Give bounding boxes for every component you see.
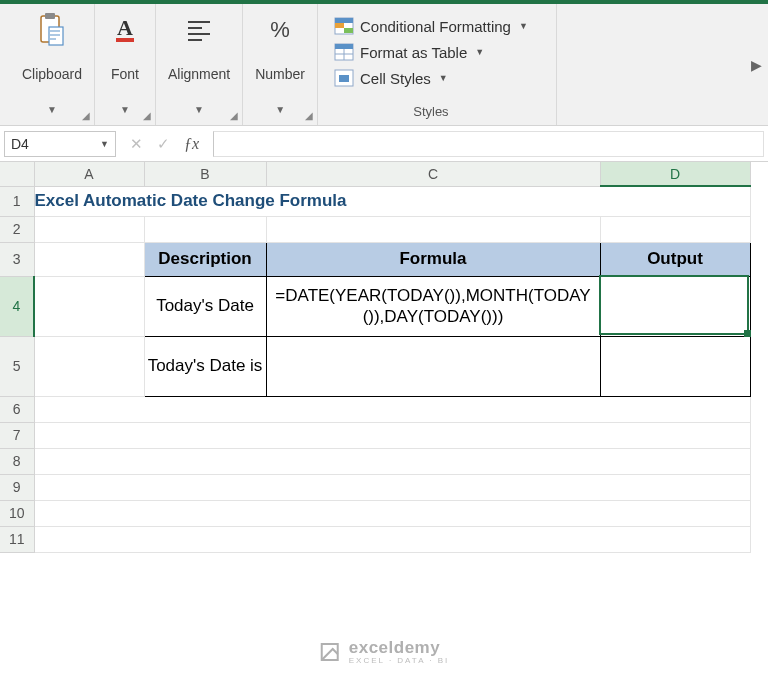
row-header-5[interactable]: 5 bbox=[0, 336, 34, 396]
table-header-description[interactable]: Description bbox=[144, 242, 266, 276]
watermark: exceldemy EXCEL · DATA · BI bbox=[319, 638, 450, 665]
col-header-B[interactable]: B bbox=[144, 162, 266, 186]
svg-rect-10 bbox=[335, 44, 353, 49]
cell-D4[interactable] bbox=[600, 276, 750, 336]
group-alignment-label: Alignment bbox=[168, 67, 230, 82]
dropdown-icon[interactable]: ▼ bbox=[439, 73, 448, 83]
dropdown-icon[interactable]: ▼ bbox=[120, 104, 130, 115]
select-all-triangle[interactable] bbox=[0, 162, 34, 186]
formula-input[interactable] bbox=[213, 131, 764, 157]
watermark-name: exceldemy bbox=[349, 638, 440, 657]
ribbon-scroll-right-icon[interactable]: ▶ bbox=[751, 57, 762, 73]
name-box-value: D4 bbox=[11, 136, 29, 152]
cell-styles-icon bbox=[334, 69, 354, 87]
row-header-2[interactable]: 2 bbox=[0, 216, 34, 242]
cancel-icon: ✕ bbox=[130, 135, 143, 153]
group-styles: Conditional Formatting ▼ Format as Table… bbox=[318, 4, 557, 125]
cell-C2[interactable] bbox=[266, 216, 600, 242]
group-number[interactable]: % Number ▼ ◢ bbox=[243, 4, 318, 125]
row-6[interactable] bbox=[34, 396, 750, 422]
group-clipboard-label: Clipboard bbox=[22, 67, 82, 82]
cell-D2[interactable] bbox=[600, 216, 750, 242]
col-header-A[interactable]: A bbox=[34, 162, 144, 186]
cell-C5[interactable] bbox=[266, 336, 600, 396]
row-8[interactable] bbox=[34, 448, 750, 474]
row-10[interactable] bbox=[34, 500, 750, 526]
row-header-9[interactable]: 9 bbox=[0, 474, 34, 500]
cell-A5[interactable] bbox=[34, 336, 144, 396]
svg-rect-12 bbox=[339, 75, 349, 82]
cell-A3[interactable] bbox=[34, 242, 144, 276]
dialog-launcher-icon[interactable]: ◢ bbox=[82, 110, 90, 121]
dropdown-icon[interactable]: ▼ bbox=[475, 47, 484, 57]
cell-D5[interactable] bbox=[600, 336, 750, 396]
col-header-C[interactable]: C bbox=[266, 162, 600, 186]
conditional-formatting-button[interactable]: Conditional Formatting ▼ bbox=[330, 16, 532, 36]
conditional-formatting-label: Conditional Formatting bbox=[360, 18, 511, 35]
cell-styles-button[interactable]: Cell Styles ▼ bbox=[330, 68, 452, 88]
dropdown-icon[interactable]: ▼ bbox=[47, 104, 57, 115]
row-header-1[interactable]: 1 bbox=[0, 186, 34, 216]
ribbon: Clipboard ▼ ◢ A Font ▼ ◢ Alignment ▼ ◢ %… bbox=[0, 0, 768, 126]
sheet-title[interactable]: Excel Automatic Date Change Formula bbox=[34, 186, 750, 216]
row-header-3[interactable]: 3 bbox=[0, 242, 34, 276]
format-as-table-button[interactable]: Format as Table ▼ bbox=[330, 42, 488, 62]
col-header-D[interactable]: D bbox=[600, 162, 750, 186]
table-header-formula[interactable]: Formula bbox=[266, 242, 600, 276]
row-7[interactable] bbox=[34, 422, 750, 448]
svg-text:A: A bbox=[117, 15, 133, 40]
svg-rect-6 bbox=[335, 18, 353, 23]
row-header-4[interactable]: 4 bbox=[0, 276, 34, 336]
dropdown-icon[interactable]: ▼ bbox=[194, 104, 204, 115]
dialog-launcher-icon[interactable]: ◢ bbox=[305, 110, 313, 121]
fx-icon[interactable]: ƒx bbox=[184, 135, 199, 153]
formula-bar-row: D4 ▼ ✕ ✓ ƒx bbox=[0, 126, 768, 162]
row-header-8[interactable]: 8 bbox=[0, 448, 34, 474]
format-table-label: Format as Table bbox=[360, 44, 467, 61]
svg-rect-2 bbox=[49, 27, 63, 45]
watermark-icon bbox=[319, 641, 341, 663]
row-header-11[interactable]: 11 bbox=[0, 526, 34, 552]
group-clipboard[interactable]: Clipboard ▼ ◢ bbox=[10, 4, 95, 125]
alignment-icon bbox=[181, 12, 217, 48]
cell-B4[interactable]: Today's Date bbox=[144, 276, 266, 336]
svg-rect-7 bbox=[335, 23, 344, 28]
watermark-tagline: EXCEL · DATA · BI bbox=[349, 656, 450, 665]
svg-rect-4 bbox=[116, 38, 134, 42]
cell-B2[interactable] bbox=[144, 216, 266, 242]
dialog-launcher-icon[interactable]: ◢ bbox=[143, 110, 151, 121]
cell-styles-label: Cell Styles bbox=[360, 70, 431, 87]
row-11[interactable] bbox=[34, 526, 750, 552]
worksheet[interactable]: A B C D 1 Excel Automatic Date Change Fo… bbox=[0, 162, 768, 693]
cell-A4[interactable] bbox=[34, 276, 144, 336]
cell-A2[interactable] bbox=[34, 216, 144, 242]
row-9[interactable] bbox=[34, 474, 750, 500]
row-header-10[interactable]: 10 bbox=[0, 500, 34, 526]
enter-icon: ✓ bbox=[157, 135, 170, 153]
conditional-formatting-icon bbox=[334, 17, 354, 35]
svg-rect-1 bbox=[45, 13, 55, 19]
row-header-7[interactable]: 7 bbox=[0, 422, 34, 448]
dropdown-icon[interactable]: ▼ bbox=[275, 104, 285, 115]
clipboard-icon bbox=[34, 12, 70, 48]
cell-C4[interactable]: =DATE(YEAR(TODAY()),MONTH(TODAY()),DAY(T… bbox=[266, 276, 600, 336]
group-font[interactable]: A Font ▼ ◢ bbox=[95, 4, 156, 125]
group-alignment[interactable]: Alignment ▼ ◢ bbox=[156, 4, 243, 125]
svg-rect-8 bbox=[344, 28, 353, 33]
percent-icon: % bbox=[262, 12, 298, 48]
format-table-icon bbox=[334, 43, 354, 61]
group-number-label: Number bbox=[255, 67, 305, 82]
dropdown-icon[interactable]: ▼ bbox=[519, 21, 528, 31]
name-box[interactable]: D4 ▼ bbox=[4, 131, 116, 157]
group-font-label: Font bbox=[111, 67, 139, 82]
font-icon: A bbox=[107, 12, 143, 48]
dialog-launcher-icon[interactable]: ◢ bbox=[230, 110, 238, 121]
table-header-output[interactable]: Output bbox=[600, 242, 750, 276]
cell-B5[interactable]: Today's Date is bbox=[144, 336, 266, 396]
grid: A B C D 1 Excel Automatic Date Change Fo… bbox=[0, 162, 751, 553]
group-styles-label: Styles bbox=[330, 104, 532, 123]
chevron-down-icon[interactable]: ▼ bbox=[100, 139, 109, 149]
row-header-6[interactable]: 6 bbox=[0, 396, 34, 422]
